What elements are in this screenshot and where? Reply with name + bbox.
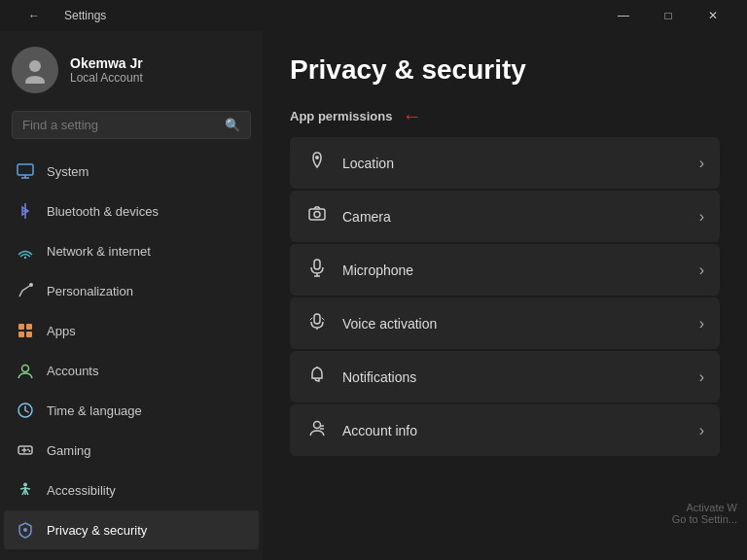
- svg-point-0: [29, 60, 41, 72]
- main-content: Privacy & security App permissions ← Loc…: [263, 31, 747, 560]
- perm-left-location: Location: [305, 151, 394, 175]
- sidebar-item-personalization[interactable]: Personalization: [4, 271, 259, 310]
- sidebar-item-accessibility[interactable]: Accessibility: [4, 471, 259, 509]
- sidebar-item-system[interactable]: System: [4, 152, 259, 191]
- accessibility-icon: [16, 480, 35, 500]
- sidebar-item-time[interactable]: Time & language: [4, 391, 259, 430]
- perm-name-account-info: Account info: [342, 423, 417, 438]
- perm-left-notifications: Notifications: [305, 365, 416, 389]
- perm-left-voice-activation: Voice activation: [305, 311, 437, 335]
- section-title: App permissions ←: [290, 105, 720, 127]
- close-button[interactable]: ✕: [691, 0, 735, 31]
- perm-left-account-info: Account info: [305, 418, 417, 442]
- time-icon: [16, 401, 35, 420]
- sidebar-item-accounts-label: Accounts: [47, 364, 98, 378]
- svg-rect-25: [314, 314, 320, 324]
- user-account-type: Local Account: [70, 71, 143, 85]
- svg-rect-22: [314, 260, 320, 269]
- camera-icon: [305, 204, 329, 228]
- sidebar-item-accounts[interactable]: Accounts: [4, 351, 259, 390]
- user-info: Okemwa Jr Local Account: [70, 55, 143, 85]
- sidebar-item-system-label: System: [47, 164, 89, 179]
- title-bar-controls: — □ ✕: [601, 0, 735, 31]
- perm-item-location[interactable]: Location ›: [290, 137, 720, 189]
- sidebar-item-windows-update[interactable]: Windows Update: [4, 550, 259, 560]
- sidebar-item-time-label: Time & language: [47, 403, 142, 418]
- perm-name-notifications: Notifications: [342, 369, 416, 385]
- svg-point-6: [29, 283, 33, 287]
- perm-name-microphone: Microphone: [342, 262, 413, 278]
- perm-name-voice-activation: Voice activation: [342, 316, 437, 332]
- chevron-camera: ›: [699, 208, 704, 226]
- microphone-icon: [305, 258, 329, 282]
- svg-point-15: [29, 450, 31, 452]
- back-button[interactable]: ←: [12, 0, 56, 31]
- page-title: Privacy & security: [290, 54, 720, 86]
- svg-point-11: [22, 366, 29, 372]
- perm-item-microphone[interactable]: Microphone ›: [290, 244, 720, 296]
- svg-point-5: [24, 257, 26, 259]
- user-profile[interactable]: Okemwa Jr Local Account: [0, 31, 263, 105]
- search-input[interactable]: [22, 118, 217, 132]
- personalization-icon: [16, 281, 35, 300]
- network-icon: [16, 241, 35, 261]
- chevron-account-info: ›: [699, 422, 704, 439]
- svg-rect-8: [26, 324, 32, 330]
- svg-rect-2: [18, 164, 33, 175]
- svg-rect-20: [309, 209, 325, 220]
- search-box: 🔍: [12, 111, 251, 139]
- voice-activation-icon: [305, 311, 329, 335]
- sidebar-nav: System Bluetooth & devices: [0, 151, 263, 560]
- sidebar-item-personalization-label: Personalization: [47, 284, 133, 298]
- search-icon: 🔍: [225, 118, 240, 132]
- minimize-button[interactable]: —: [601, 0, 646, 31]
- sidebar-item-network[interactable]: Network & internet: [4, 231, 259, 270]
- arrow-indicator: ←: [402, 105, 421, 127]
- search-container: 🔍: [0, 105, 263, 151]
- user-name: Okemwa Jr: [70, 55, 143, 71]
- avatar: [12, 47, 58, 93]
- perm-item-camera[interactable]: Camera ›: [290, 191, 720, 242]
- svg-point-17: [23, 528, 27, 532]
- perm-name-camera: Camera: [342, 209, 391, 225]
- app-body: Okemwa Jr Local Account 🔍 S: [0, 31, 747, 560]
- perm-left-camera: Camera: [305, 204, 391, 228]
- svg-point-19: [315, 156, 319, 159]
- svg-rect-7: [18, 324, 24, 330]
- svg-point-27: [314, 422, 321, 429]
- sidebar-item-gaming[interactable]: Gaming: [4, 431, 259, 470]
- svg-rect-10: [26, 332, 32, 337]
- apps-icon: [16, 321, 35, 340]
- privacy-icon: [16, 520, 35, 540]
- accounts-icon: [16, 361, 35, 380]
- sidebar-item-accessibility-label: Accessibility: [47, 483, 116, 498]
- sidebar: Okemwa Jr Local Account 🔍 S: [0, 31, 263, 560]
- sidebar-item-apps[interactable]: Apps: [4, 311, 259, 350]
- account-info-icon: [305, 418, 329, 442]
- chevron-location: ›: [699, 155, 704, 172]
- title-bar: ← Settings — □ ✕: [0, 0, 747, 31]
- maximize-button[interactable]: □: [646, 0, 691, 31]
- chevron-microphone: ›: [699, 262, 704, 279]
- sidebar-item-gaming-label: Gaming: [47, 443, 91, 458]
- section-label: App permissions: [290, 109, 392, 123]
- sidebar-item-network-label: Network & internet: [47, 244, 151, 259]
- sidebar-item-privacy[interactable]: Privacy & security: [4, 510, 259, 549]
- system-icon: [16, 161, 35, 181]
- bluetooth-icon: [16, 201, 35, 221]
- back-icon: ←: [28, 9, 40, 22]
- chevron-notifications: ›: [699, 368, 704, 386]
- perm-item-account-info[interactable]: Account info ›: [290, 404, 720, 456]
- gaming-icon: [16, 440, 35, 460]
- svg-point-14: [27, 449, 29, 451]
- sidebar-item-bluetooth[interactable]: Bluetooth & devices: [4, 192, 259, 230]
- svg-point-1: [25, 76, 45, 84]
- svg-point-16: [23, 483, 27, 487]
- sidebar-item-privacy-label: Privacy & security: [47, 523, 147, 538]
- notifications-icon: [305, 365, 329, 389]
- location-icon: [305, 151, 329, 175]
- sidebar-item-bluetooth-label: Bluetooth & devices: [47, 204, 159, 219]
- title-bar-left: ← Settings: [12, 0, 106, 31]
- perm-item-notifications[interactable]: Notifications ›: [290, 351, 720, 402]
- perm-item-voice-activation[interactable]: Voice activation ›: [290, 298, 720, 349]
